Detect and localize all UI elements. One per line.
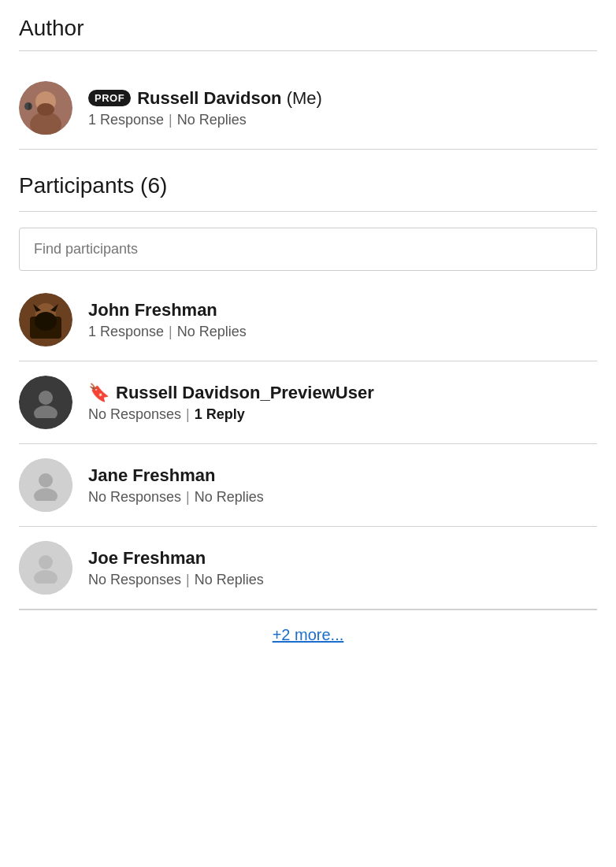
svg-point-15 bbox=[34, 488, 58, 501]
participants-divider bbox=[19, 211, 597, 212]
svg-point-16 bbox=[39, 555, 53, 569]
svg-point-13 bbox=[34, 406, 58, 418]
list-item: Joe Freshman No Responses | No Replies bbox=[19, 527, 597, 609]
prof-badge: PROF bbox=[88, 90, 131, 106]
participant-name-row: Jane Freshman bbox=[88, 465, 264, 486]
more-link[interactable]: +2 more... bbox=[19, 610, 597, 660]
list-item: John Freshman 1 Response | No Replies bbox=[19, 279, 597, 361]
participant-stats: No Responses | No Replies bbox=[88, 572, 264, 588]
svg-point-3 bbox=[37, 103, 54, 116]
svg-point-17 bbox=[34, 570, 58, 584]
participant-info: John Freshman 1 Response | No Replies bbox=[88, 300, 247, 340]
author-name: Russell Davidson (Me) bbox=[137, 88, 322, 109]
participant-name-row: John Freshman bbox=[88, 300, 247, 320]
participant-name: Joe Freshman bbox=[88, 548, 206, 569]
avatar bbox=[19, 376, 72, 429]
author-info: PROF Russell Davidson (Me) 1 Response | … bbox=[88, 88, 322, 128]
participant-name: John Freshman bbox=[88, 300, 217, 320]
stat-separator: | bbox=[169, 112, 173, 128]
list-item: Jane Freshman No Responses | No Replies bbox=[19, 444, 597, 527]
author-name-row: PROF Russell Davidson (Me) bbox=[88, 88, 322, 109]
author-row: PROF Russell Davidson (Me) 1 Response | … bbox=[19, 67, 597, 150]
participant-info: 🔖 Russell Davidson_PreviewUser No Respon… bbox=[88, 383, 374, 423]
participants-title: Participants (6) bbox=[19, 173, 597, 198]
participant-name-row: Joe Freshman bbox=[88, 548, 264, 569]
avatar bbox=[19, 541, 72, 595]
search-input[interactable] bbox=[19, 228, 597, 271]
bookmark-icon: 🔖 bbox=[88, 383, 109, 403]
stat-separator: | bbox=[186, 406, 190, 423]
author-title: Author bbox=[19, 16, 597, 41]
participant-name: Jane Freshman bbox=[88, 465, 215, 486]
author-stats: 1 Response | No Replies bbox=[88, 112, 322, 128]
stat-separator: | bbox=[186, 572, 190, 588]
participant-stats: No Responses | 1 Reply bbox=[88, 406, 374, 423]
stat-separator: | bbox=[186, 489, 190, 506]
author-section: Author PROF Russell Davidson (Me) bbox=[19, 16, 597, 150]
participant-stats: 1 Response | No Replies bbox=[88, 324, 247, 340]
participant-info: Jane Freshman No Responses | No Replies bbox=[88, 465, 264, 506]
svg-rect-5 bbox=[28, 103, 31, 109]
svg-point-9 bbox=[35, 312, 57, 331]
participant-name: Russell Davidson_PreviewUser bbox=[116, 383, 374, 403]
participant-stats: No Responses | No Replies bbox=[88, 489, 264, 506]
stat-separator: | bbox=[169, 324, 173, 340]
avatar bbox=[19, 458, 72, 512]
participants-section: Participants (6) John Freshman 1 Respons… bbox=[19, 173, 597, 660]
participant-info: Joe Freshman No Responses | No Replies bbox=[88, 548, 264, 588]
svg-point-14 bbox=[39, 473, 53, 487]
author-avatar bbox=[19, 81, 72, 135]
list-item: 🔖 Russell Davidson_PreviewUser No Respon… bbox=[19, 361, 597, 444]
svg-point-12 bbox=[39, 391, 53, 405]
avatar bbox=[19, 293, 72, 346]
author-divider bbox=[19, 50, 597, 51]
participant-name-row: 🔖 Russell Davidson_PreviewUser bbox=[88, 383, 374, 403]
